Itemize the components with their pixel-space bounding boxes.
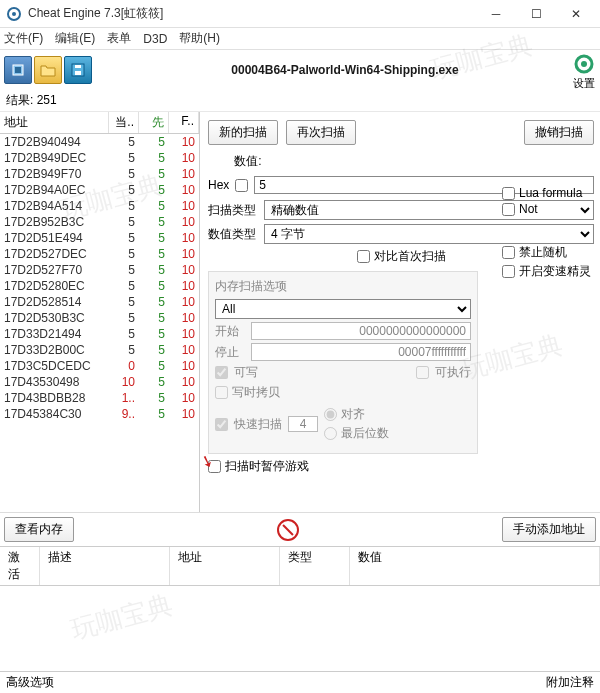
not-label: Not <box>519 202 538 216</box>
no-random-label: 禁止随机 <box>519 244 567 261</box>
found-count: 结果: 251 <box>0 90 600 112</box>
writable-checkbox[interactable] <box>215 366 228 379</box>
speedhack-checkbox[interactable] <box>502 265 515 278</box>
start-address-input[interactable] <box>251 322 471 340</box>
col-previous[interactable]: 先 <box>139 112 169 133</box>
col-current[interactable]: 当.. <box>109 112 139 133</box>
lastdigits-radio[interactable] <box>324 427 337 440</box>
hex-label: Hex <box>208 178 229 192</box>
result-row[interactable]: 17D4353049810510 <box>0 374 199 390</box>
svg-rect-5 <box>75 71 81 75</box>
maximize-button[interactable]: ☐ <box>516 0 556 28</box>
align-label: 对齐 <box>341 406 365 423</box>
minimize-button[interactable]: ─ <box>476 0 516 28</box>
col-first[interactable]: F.. <box>169 112 199 133</box>
cow-label: 写时拷贝 <box>232 384 280 401</box>
writable-label: 可写 <box>234 364 258 381</box>
not-checkbox[interactable] <box>502 203 515 216</box>
menu-d3d[interactable]: D3D <box>143 32 167 46</box>
pause-label: 扫描时暂停游戏 <box>225 458 309 475</box>
result-row[interactable]: 17D2B952B3C5510 <box>0 214 199 230</box>
mem-region-select[interactable]: All <box>215 299 471 319</box>
start-label: 开始 <box>215 323 245 340</box>
menu-file[interactable]: 文件(F) <box>4 30 43 47</box>
svg-rect-3 <box>15 67 21 73</box>
stop-address-input[interactable] <box>251 343 471 361</box>
svg-rect-6 <box>75 65 81 68</box>
result-row[interactable]: 17D2D5285145510 <box>0 294 199 310</box>
close-button[interactable]: ✕ <box>556 0 596 28</box>
menu-table[interactable]: 表单 <box>107 30 131 47</box>
advanced-options[interactable]: 高级选项 <box>6 674 546 691</box>
result-row[interactable]: 17D45384C309..510 <box>0 406 199 422</box>
align-radio[interactable] <box>324 408 337 421</box>
table-extras[interactable]: 附加注释 <box>546 674 594 691</box>
next-scan-button[interactable]: 再次扫描 <box>286 120 356 145</box>
valtype-label: 数值类型 <box>208 226 260 243</box>
result-row[interactable]: 17D2D527F705510 <box>0 262 199 278</box>
app-icon <box>4 4 24 24</box>
result-row[interactable]: 17D33D214945510 <box>0 326 199 342</box>
no-random-checkbox[interactable] <box>502 246 515 259</box>
lua-label: Lua formula <box>519 186 582 200</box>
executable-label: 可执行 <box>435 364 471 381</box>
new-scan-button[interactable]: 新的扫描 <box>208 120 278 145</box>
memopt-label: 内存扫描选项 <box>215 278 471 295</box>
process-name: 00004B64-Palworld-Win64-Shipping.exe <box>94 63 596 77</box>
fastscan-label: 快速扫描 <box>234 416 282 433</box>
compare-first-checkbox[interactable] <box>357 250 370 263</box>
fastscan-checkbox[interactable] <box>215 418 228 431</box>
col-desc[interactable]: 描述 <box>40 547 170 585</box>
stop-label: 停止 <box>215 344 245 361</box>
menu-help[interactable]: 帮助(H) <box>179 30 220 47</box>
stop-icon[interactable] <box>277 519 299 541</box>
result-row[interactable]: 17D3C5DCEDC0510 <box>0 358 199 374</box>
result-row[interactable]: 17D2D5280EC5510 <box>0 278 199 294</box>
value-label: 数值: <box>208 153 288 170</box>
col-addr2[interactable]: 地址 <box>170 547 280 585</box>
add-address-button[interactable]: 手动添加地址 <box>502 517 596 542</box>
result-row[interactable]: 17D43BDBB281..510 <box>0 390 199 406</box>
col-active[interactable]: 激活 <box>0 547 40 585</box>
result-row[interactable]: 17D33D2B00C5510 <box>0 342 199 358</box>
result-row[interactable]: 17D2B9404945510 <box>0 134 199 150</box>
executable-checkbox[interactable] <box>416 366 429 379</box>
memory-view-button[interactable]: 查看内存 <box>4 517 74 542</box>
cow-checkbox[interactable] <box>215 386 228 399</box>
save-button[interactable] <box>64 56 92 84</box>
result-row[interactable]: 17D2B94A5145510 <box>0 198 199 214</box>
result-row[interactable]: 17D2D530B3C5510 <box>0 310 199 326</box>
lua-formula-checkbox[interactable] <box>502 187 515 200</box>
svg-point-8 <box>581 61 587 67</box>
hex-checkbox[interactable] <box>235 179 248 192</box>
speedhack-label: 开启变速精灵 <box>519 263 591 280</box>
open-process-button[interactable] <box>4 56 32 84</box>
result-row[interactable]: 17D2B94A0EC5510 <box>0 182 199 198</box>
compare-first-label: 对比首次扫描 <box>374 248 446 265</box>
window-title: Cheat Engine 7.3[虹筱筱] <box>24 5 476 22</box>
col-address[interactable]: 地址 <box>0 112 109 133</box>
scantype-label: 扫描类型 <box>208 202 260 219</box>
result-row[interactable]: 17D2D527DEC5510 <box>0 246 199 262</box>
col-type[interactable]: 类型 <box>280 547 350 585</box>
settings-button[interactable]: 设置 <box>572 52 596 91</box>
result-row[interactable]: 17D2D51E4945510 <box>0 230 199 246</box>
value-type-select[interactable]: 4 字节 <box>264 224 594 244</box>
lastdigits-label: 最后位数 <box>341 425 389 442</box>
open-file-button[interactable] <box>34 56 62 84</box>
undo-scan-button[interactable]: 撤销扫描 <box>524 120 594 145</box>
fastscan-value[interactable] <box>288 416 318 432</box>
col-val[interactable]: 数值 <box>350 547 600 585</box>
result-row[interactable]: 17D2B949F705510 <box>0 166 199 182</box>
result-row[interactable]: 17D2B949DEC5510 <box>0 150 199 166</box>
menu-edit[interactable]: 编辑(E) <box>55 30 95 47</box>
svg-point-1 <box>12 12 16 16</box>
